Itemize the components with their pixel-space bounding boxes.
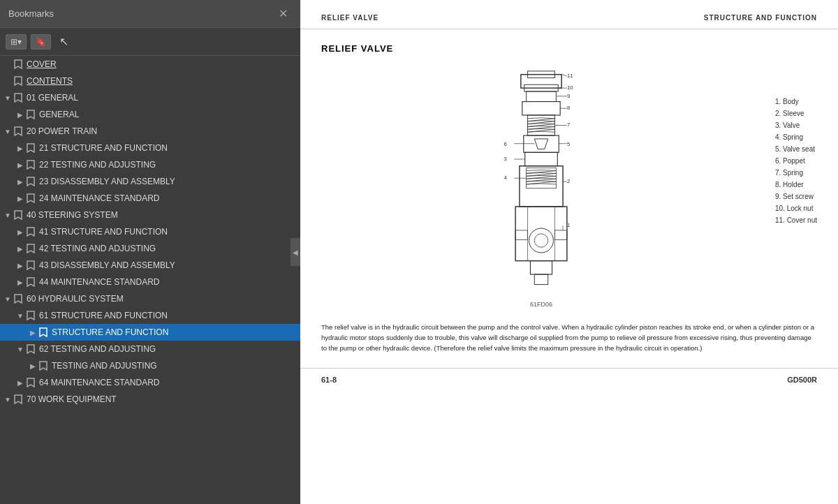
tree-item-23-disassembly[interactable]: ▶ 23 DISASSEMBLY AND ASSEMBLY bbox=[0, 173, 300, 190]
svg-rect-0 bbox=[521, 75, 561, 88]
tree-item-01-general[interactable]: ▼ 01 GENERAL bbox=[0, 89, 300, 106]
tree-item-44-maint[interactable]: ▶ 44 MAINTENANCE STANDARD bbox=[0, 274, 300, 290]
bookmark-icon bbox=[13, 394, 24, 405]
layout-toggle-button[interactable]: ⊞▾ bbox=[6, 34, 27, 50]
svg-text:11: 11 bbox=[567, 73, 573, 79]
expand-arrow: ▶ bbox=[15, 195, 25, 202]
item-label-20-power-train: 20 POWER TRAIN bbox=[27, 126, 297, 136]
bookmark-icon bbox=[25, 310, 36, 321]
page-header: RELIEF VALVE STRUCTURE AND FUNCTION bbox=[300, 0, 838, 29]
parts-list-item: 1. Body bbox=[775, 96, 817, 108]
expand-arrow: ▶ bbox=[15, 379, 25, 387]
expand-arrow: ▶ bbox=[28, 362, 38, 370]
tree-item-70-work-eq[interactable]: ▼ 70 WORK EQUIPMENT bbox=[0, 391, 300, 408]
tree-item-struct-fn-sub[interactable]: ▶ STRUCTURE AND FUNCTION bbox=[0, 324, 300, 341]
expand-arrow: ▼ bbox=[15, 312, 25, 320]
item-label-40-steering: 40 STEERING SYSTEM bbox=[27, 210, 297, 220]
item-label-41-struct-fn: 41 STRUCTURE AND FUNCTION bbox=[39, 227, 297, 237]
expand-arrow: ▼ bbox=[3, 128, 13, 135]
svg-text:9: 9 bbox=[567, 93, 570, 99]
tree-container[interactable]: COVER CONTENTS ▼ 01 GENERAL ▶ GENERAL ▼ … bbox=[0, 56, 300, 504]
item-label-64-maint: 64 MAINTENANCE STANDARD bbox=[39, 378, 297, 387]
svg-text:3: 3 bbox=[504, 156, 507, 162]
svg-text:8: 8 bbox=[567, 105, 570, 111]
expand-arrow: ▶ bbox=[15, 161, 25, 169]
bookmark-icon bbox=[25, 243, 36, 254]
section-title: RELIEF VALVE bbox=[321, 43, 817, 54]
item-label-24-maint: 24 MAINTENANCE STANDARD bbox=[39, 193, 297, 203]
expand-arrow: ▼ bbox=[3, 212, 13, 219]
bookmark-icon bbox=[25, 343, 36, 355]
tree-item-contents[interactable]: CONTENTS bbox=[0, 73, 300, 89]
layout-icon: ⊞▾ bbox=[10, 37, 22, 47]
parts-list-item: 2. Sleeve bbox=[775, 108, 817, 119]
bookmark-icon bbox=[25, 176, 36, 187]
page-body: RELIEF VALVE 11 10 bbox=[300, 36, 838, 368]
item-label-testing-sub: TESTING AND ADJUSTING bbox=[52, 361, 297, 371]
svg-rect-7 bbox=[527, 91, 557, 102]
bookmarks-panel: Bookmarks ✕ ⊞▾ 🔖 ↖ COVER CONTENTS ▼ 01 G… bbox=[0, 0, 300, 504]
item-label-23-disassembly: 23 DISASSEMBLY AND ASSEMBLY bbox=[39, 177, 297, 186]
panel-collapse-handle[interactable]: ◀ bbox=[291, 238, 300, 266]
expand-arrow: ▶ bbox=[15, 111, 25, 119]
tree-item-20-power-train[interactable]: ▼ 20 POWER TRAIN bbox=[0, 123, 300, 140]
close-button[interactable]: ✕ bbox=[274, 6, 292, 22]
bookmark-icon bbox=[25, 142, 36, 154]
header-right: STRUCTURE AND FUNCTION bbox=[704, 14, 817, 22]
svg-rect-22 bbox=[525, 152, 558, 165]
item-label-70-work-eq: 70 WORK EQUIPMENT bbox=[27, 394, 297, 404]
expand-arrow: ▶ bbox=[15, 262, 25, 269]
expand-arrow: ▼ bbox=[15, 346, 25, 353]
tree-item-62-testing[interactable]: ▼ 62 TESTING AND ADJUSTING bbox=[0, 341, 300, 357]
parts-list-item: 6. Poppet bbox=[775, 155, 817, 167]
tree-item-24-maint[interactable]: ▶ 24 MAINTENANCE STANDARD bbox=[0, 190, 300, 207]
description-text: The relief valve is in the hydraulic cir… bbox=[321, 322, 817, 354]
svg-text:4: 4 bbox=[504, 175, 508, 181]
tree-item-60-hydraulic[interactable]: ▼ 60 HYDRAULIC SYSTEM bbox=[0, 290, 300, 307]
svg-line-3 bbox=[561, 75, 567, 76]
tree-item-testing-sub[interactable]: ▶ TESTING AND ADJUSTING bbox=[0, 357, 300, 374]
svg-point-34 bbox=[529, 228, 553, 253]
bookmark-icon bbox=[25, 377, 36, 388]
svg-text:5: 5 bbox=[567, 141, 570, 147]
tree-item-61-struct-fn[interactable]: ▼ 61 STRUCTURE AND FUNCTION bbox=[0, 307, 300, 324]
document-content[interactable]: RELIEF VALVE STRUCTURE AND FUNCTION RELI… bbox=[300, 0, 838, 504]
bookmark-view-button[interactable]: 🔖 bbox=[31, 34, 51, 50]
model-number: GD500R bbox=[787, 376, 817, 384]
expand-arrow: ▶ bbox=[15, 279, 25, 286]
page-number: 61-8 bbox=[321, 376, 337, 384]
diagram-area: 11 10 9 8 bbox=[321, 68, 817, 308]
item-label-62-testing: 62 TESTING AND ADJUSTING bbox=[39, 344, 297, 354]
svg-rect-40 bbox=[530, 261, 552, 274]
tree-item-40-steering[interactable]: ▼ 40 STEERING SYSTEM bbox=[0, 207, 300, 223]
panel-title: Bookmarks bbox=[8, 8, 54, 19]
bookmark-icon: 🔖 bbox=[36, 37, 46, 47]
tree-item-22-testing[interactable]: ▶ 22 TESTING AND ADJUSTING bbox=[0, 156, 300, 173]
tree-item-64-maint[interactable]: ▶ 64 MAINTENANCE STANDARD bbox=[0, 374, 300, 391]
tree-item-43-disassembly[interactable]: ▶ 43 DISASSEMBLY AND ASSEMBLY bbox=[0, 257, 300, 274]
svg-text:2: 2 bbox=[567, 178, 570, 184]
bookmark-icon bbox=[25, 159, 36, 170]
parts-list: 1. Body 2. Sleeve 3. Valve 4. Spring 5. … bbox=[775, 68, 817, 308]
bookmark-icon bbox=[38, 360, 49, 371]
svg-rect-36 bbox=[515, 230, 527, 240]
panel-header: Bookmarks ✕ bbox=[0, 0, 300, 28]
cursor-icon: ↖ bbox=[59, 35, 68, 48]
item-label-61-struct-fn: 61 STRUCTURE AND FUNCTION bbox=[39, 311, 297, 320]
tree-item-21-struct-fn[interactable]: ▶ 21 STRUCTURE AND FUNCTION bbox=[0, 140, 300, 156]
item-label-cover: COVER bbox=[27, 59, 297, 69]
bookmark-icon bbox=[13, 293, 24, 304]
item-label-22-testing: 22 TESTING AND ADJUSTING bbox=[39, 160, 297, 170]
svg-text:10: 10 bbox=[567, 84, 573, 91]
parts-list-item: 11. Cover nut bbox=[775, 214, 817, 226]
svg-text:1: 1 bbox=[567, 222, 570, 228]
expand-arrow: ▶ bbox=[15, 178, 25, 186]
tree-item-cover[interactable]: COVER bbox=[0, 56, 300, 73]
expand-arrow: ▶ bbox=[28, 329, 38, 336]
item-label-general-sub: GENERAL bbox=[39, 110, 297, 119]
expand-arrow: ▼ bbox=[3, 396, 13, 403]
tree-item-42-testing[interactable]: ▶ 42 TESTING AND ADJUSTING bbox=[0, 240, 300, 257]
tree-item-41-struct-fn[interactable]: ▶ 41 STRUCTURE AND FUNCTION bbox=[0, 223, 300, 240]
tree-item-general-sub[interactable]: ▶ GENERAL bbox=[0, 106, 300, 123]
toolbar: ⊞▾ 🔖 ↖ bbox=[0, 28, 300, 56]
